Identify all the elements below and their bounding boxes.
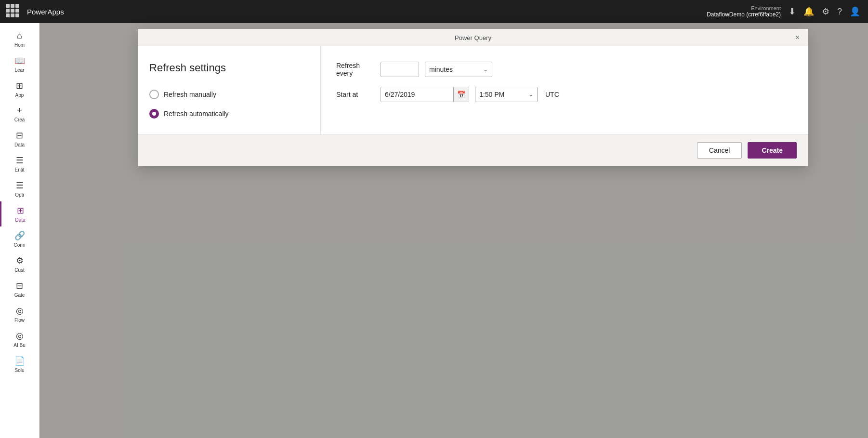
date-input[interactable] — [381, 87, 453, 102]
sidebar: ⌂ Hom 📖 Lear ⊞ App + Crea ⊟ Data ☰ Entit… — [0, 23, 39, 438]
apps-icon: ⊞ — [16, 80, 23, 91]
interval-chevron-icon: ⌄ — [483, 66, 488, 73]
start-at-row: Start at 📅 1:50 PM ⌄ UTC — [336, 87, 793, 102]
dialog-body: Refresh settings Refresh manually Refres… — [138, 46, 808, 134]
dialog-footer: Cancel Create — [138, 134, 808, 166]
sidebar-item-home[interactable]: ⌂ Hom — [0, 27, 39, 52]
sidebar-item-solutions[interactable]: 📄 Solu — [0, 352, 39, 377]
sidebar-item-entities[interactable]: ☰ Entit — [0, 151, 39, 176]
refresh-every-row: Refresh every minutes ⌄ — [336, 62, 793, 77]
create-icon: + — [17, 106, 22, 116]
download-icon[interactable]: ⬇ — [787, 4, 798, 19]
sidebar-label-entities: Entit — [14, 167, 24, 173]
time-value: 1:50 PM — [479, 91, 504, 98]
dataflows-icon: ⊞ — [17, 205, 24, 216]
calendar-button[interactable]: 📅 — [453, 87, 469, 102]
app-title: PowerApps — [27, 8, 64, 16]
ai-icon: ◎ — [16, 331, 24, 341]
sidebar-label-dataflows: Data — [15, 217, 25, 223]
env-name: DataflowDemo (crref6ffabe2) — [707, 11, 781, 18]
flows-icon: ◎ — [16, 305, 24, 316]
avatar[interactable]: 👤 — [848, 4, 862, 19]
radio-manual-label: Refresh manually — [164, 91, 216, 98]
learn-icon: 📖 — [14, 55, 25, 66]
sidebar-label-home: Hom — [14, 42, 25, 48]
dialog-container: Power Query × Refresh settings Refresh m… — [78, 29, 868, 438]
dialog-header-title: Power Query — [455, 34, 491, 41]
sidebar-item-apps[interactable]: ⊞ App — [0, 77, 39, 102]
sidebar-label-custom: Cust — [14, 267, 25, 273]
interval-unit-value: minutes — [429, 66, 453, 73]
sidebar-item-data[interactable]: ⊟ Data — [0, 126, 39, 151]
sidebar-item-create[interactable]: + Crea — [0, 102, 39, 126]
home-icon: ⌂ — [17, 31, 22, 41]
dialog-header: Power Query × — [138, 29, 808, 46]
calendar-icon: 📅 — [457, 91, 465, 98]
sidebar-item-connections[interactable]: 🔗 Conn — [0, 226, 39, 252]
radio-manual[interactable]: Refresh manually — [149, 90, 309, 99]
options-icon: ☰ — [16, 180, 24, 191]
refresh-number-input[interactable] — [381, 62, 419, 77]
sidebar-item-custom[interactable]: ⚙ Cust — [0, 252, 39, 277]
dialog-title: Refresh settings — [149, 62, 309, 74]
dialog-right-panel: Refresh every minutes ⌄ Start at — [321, 46, 808, 134]
interval-unit-dropdown[interactable]: minutes ⌄ — [425, 62, 492, 77]
connections-icon: 🔗 — [14, 230, 25, 241]
time-dropdown[interactable]: 1:50 PM ⌄ — [475, 87, 538, 102]
custom-icon: ⚙ — [16, 255, 24, 266]
dialog-left-panel: Refresh settings Refresh manually Refres… — [138, 46, 321, 134]
time-chevron-icon: ⌄ — [528, 91, 533, 98]
sidebar-label-connections: Conn — [14, 242, 26, 248]
sidebar-label-gateways: Gate — [14, 292, 25, 298]
data-icon: ⊟ — [16, 130, 23, 141]
start-at-label: Start at — [336, 91, 375, 98]
main-content: Power Query × Refresh settings Refresh m… — [39, 23, 868, 438]
sidebar-item-options[interactable]: ☰ Opti — [0, 176, 39, 201]
help-icon[interactable]: ? — [835, 5, 844, 19]
notification-icon[interactable]: 🔔 — [802, 4, 816, 19]
env-label: Environment — [751, 5, 781, 11]
settings-icon[interactable]: ⚙ — [820, 4, 831, 19]
sidebar-item-learn[interactable]: 📖 Lear — [0, 52, 39, 77]
radio-auto[interactable]: Refresh automatically — [149, 109, 309, 119]
top-bar-right: Environment DataflowDemo (crref6ffabe2) … — [707, 4, 862, 19]
solutions-icon: 📄 — [14, 356, 25, 366]
refresh-every-label: Refresh every — [336, 62, 375, 77]
radio-manual-circle[interactable] — [149, 90, 159, 99]
sidebar-label-ai: AI Bu — [13, 343, 25, 348]
environment-info: Environment DataflowDemo (crref6ffabe2) — [707, 5, 781, 18]
top-bar: PowerApps Environment DataflowDemo (crre… — [0, 0, 868, 23]
radio-auto-label: Refresh automatically — [164, 110, 229, 118]
close-button[interactable]: × — [792, 32, 802, 43]
sidebar-label-apps: App — [15, 93, 24, 98]
timezone-label: UTC — [545, 91, 559, 98]
sidebar-item-flows[interactable]: ◎ Flow — [0, 302, 39, 327]
gateways-icon: ⊟ — [16, 280, 23, 291]
sidebar-item-gateways[interactable]: ⊟ Gate — [0, 277, 39, 302]
entities-icon: ☰ — [16, 155, 24, 166]
create-button[interactable]: Create — [748, 142, 797, 159]
sidebar-label-learn: Lear — [14, 67, 24, 73]
sidebar-item-dataflows[interactable]: ⊞ Data — [0, 201, 39, 226]
dialog-window: Power Query × Refresh settings Refresh m… — [138, 29, 808, 166]
sidebar-label-options: Opti — [15, 192, 24, 198]
sidebar-label-create: Crea — [14, 117, 25, 122]
cancel-button[interactable]: Cancel — [697, 142, 742, 159]
radio-auto-circle[interactable] — [149, 109, 159, 119]
sidebar-item-ai[interactable]: ◎ AI Bu — [0, 327, 39, 352]
sidebar-label-solutions: Solu — [14, 368, 24, 373]
sidebar-label-flows: Flow — [14, 318, 25, 323]
grid-icon[interactable] — [6, 4, 21, 19]
sidebar-label-data: Data — [14, 142, 25, 147]
date-input-wrap: 📅 — [381, 87, 469, 102]
